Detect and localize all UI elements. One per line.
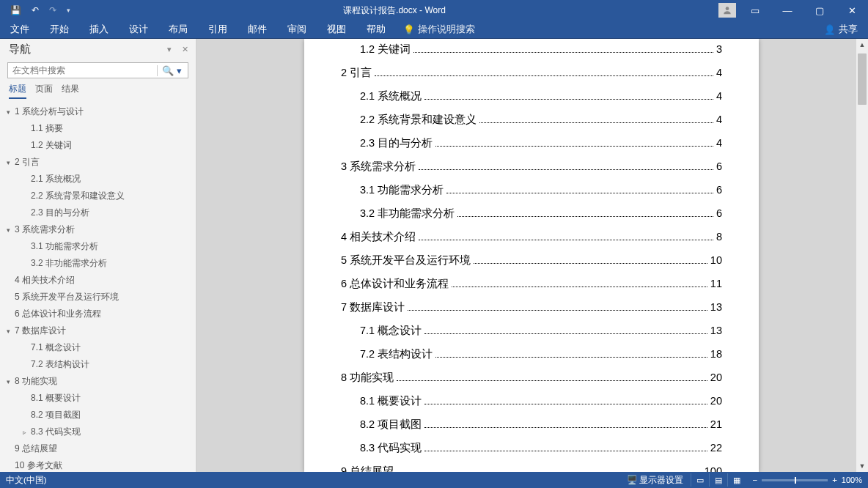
nav-tree-item[interactable]: 8.2 项目截图 (0, 407, 196, 424)
redo-icon[interactable]: ↷ (49, 5, 56, 15)
toc-entry[interactable]: 5 系统开发平台及运行环境10 (341, 254, 722, 277)
toc-entry[interactable]: 7 数据库设计13 (341, 300, 722, 324)
close-button[interactable]: ✕ (836, 0, 868, 21)
ribbon-tab-9[interactable]: 帮助 (356, 23, 396, 36)
zoom-slider-thumb[interactable] (795, 477, 796, 484)
nav-tree-item[interactable]: 10 参考文献 (0, 457, 196, 472)
nav-tree-item[interactable]: 7.2 表结构设计 (0, 356, 196, 373)
scroll-down-icon[interactable]: ▼ (856, 460, 868, 472)
tree-caret-icon[interactable]: ▹ (21, 429, 28, 436)
scroll-track[interactable] (856, 51, 868, 460)
nav-tree-item[interactable]: 2.3 目的与分析 (0, 204, 196, 221)
vertical-scrollbar[interactable]: ▲ ▼ (856, 39, 868, 472)
nav-tree-item[interactable]: ▾7 数据库设计 (0, 322, 196, 339)
ribbon-options-icon[interactable]: ▭ (739, 0, 771, 21)
toc-entry[interactable]: 3.2 非功能需求分析6 (341, 207, 722, 230)
nav-tree-item[interactable]: 9 总结展望 (0, 440, 196, 457)
nav-search-input[interactable] (12, 65, 157, 75)
toc-entry[interactable]: 7.2 表结构设计18 (341, 347, 722, 371)
ribbon-tab-3[interactable]: 设计 (119, 23, 158, 36)
toc-entry[interactable]: 2.3 目的与分析4 (341, 136, 722, 160)
qat-dropdown-icon[interactable]: ▾ (67, 7, 70, 14)
print-layout-icon[interactable]: ▤ (709, 473, 727, 487)
tree-caret-icon[interactable]: ▾ (4, 328, 12, 335)
toc-entry[interactable]: 3 系统需求分析6 (341, 160, 722, 183)
language-status[interactable]: 中文(中国) (6, 475, 47, 486)
toc-entry[interactable]: 2.1 系统概况4 (341, 89, 722, 113)
ribbon-tab-8[interactable]: 视图 (317, 23, 356, 36)
nav-tab-2[interactable]: 结果 (62, 83, 79, 99)
user-avatar[interactable] (718, 3, 736, 18)
nav-tree-item[interactable]: ▾2 引言 (0, 154, 196, 171)
tree-caret-icon[interactable]: ▾ (4, 108, 12, 116)
read-mode-icon[interactable]: ▭ (691, 473, 708, 487)
nav-tree-item[interactable]: 4 相关技术介绍 (0, 272, 196, 289)
nav-tree-item[interactable]: 5 系统开发平台及运行环境 (0, 289, 196, 306)
ribbon-tab-5[interactable]: 引用 (198, 23, 238, 36)
toc-entry[interactable]: 2 引言4 (341, 66, 722, 89)
nav-dropdown-icon[interactable]: ▾ (167, 45, 172, 54)
nav-tree-item[interactable]: ▾8 功能实现 (0, 373, 196, 390)
display-settings-label: 显示器设置 (639, 476, 683, 484)
nav-tab-1[interactable]: 页面 (35, 83, 53, 99)
document-area[interactable]: 1.2 关键词32 引言42.1 系统概况42.2 系统背景和建设意义42.3 … (196, 39, 868, 472)
tree-caret-icon[interactable]: ▾ (4, 159, 12, 166)
nav-tree-item[interactable]: ▾3 系统需求分析 (0, 221, 196, 238)
toc-entry[interactable]: 8.1 概要设计20 (341, 394, 722, 418)
search-icon[interactable]: 🔍 ▾ (157, 65, 183, 76)
nav-tree-item[interactable]: 7.1 概念设计 (0, 339, 196, 356)
ribbon-tab-7[interactable]: 审阅 (277, 23, 317, 36)
toc-entry[interactable]: 3.1 功能需求分析6 (341, 183, 722, 207)
toc-leader (474, 263, 707, 264)
document-title: 课程设计报告.docx - Word (70, 4, 718, 17)
zoom-in-icon[interactable]: + (832, 476, 837, 484)
toc-entry[interactable]: 9 总结展望100 (341, 465, 722, 472)
nav-tree-item[interactable]: 8.1 概要设计 (0, 390, 196, 407)
nav-tree-item[interactable]: 3.1 功能需求分析 (0, 238, 196, 255)
zoom-level[interactable]: 100% (842, 476, 862, 484)
minimize-button[interactable]: — (771, 0, 803, 21)
toc-entry[interactable]: 1.2 关键词3 (341, 42, 722, 66)
nav-tree-item[interactable]: 1.1 摘要 (0, 120, 196, 137)
maximize-button[interactable]: ▢ (803, 0, 836, 21)
ribbon-tab-0[interactable]: 文件 (0, 23, 40, 36)
nav-tree-item[interactable]: ▾1 系统分析与设计 (0, 103, 196, 120)
zoom-slider[interactable] (762, 479, 828, 481)
document-page[interactable]: 1.2 关键词32 引言42.1 系统概况42.2 系统背景和建设意义42.3 … (304, 39, 759, 472)
nav-tree-item[interactable]: 2.2 系统背景和建设意义 (0, 188, 196, 204)
nav-tree-item[interactable]: ▹8.3 代码实现 (0, 424, 196, 440)
ribbon-tab-2[interactable]: 插入 (79, 23, 119, 36)
zoom-out-icon[interactable]: − (752, 476, 757, 484)
toc-entry[interactable]: 8.2 项目截图21 (341, 418, 722, 441)
tree-caret-icon[interactable]: ▾ (4, 226, 12, 234)
toc-entry[interactable]: 7.1 概念设计13 (341, 324, 722, 347)
nav-search-box[interactable]: 🔍 ▾ (7, 62, 188, 78)
nav-tree-item[interactable]: 6 总体设计和业务流程 (0, 306, 196, 322)
toc-label: 8.3 代码实现 (360, 441, 422, 455)
save-icon[interactable]: 💾 (10, 5, 21, 15)
display-settings-button[interactable]: 🖥️ 显示器设置 (627, 475, 683, 486)
share-button[interactable]: 👤 共享 (814, 23, 868, 36)
toc-entry[interactable]: 6 总体设计和业务流程11 (341, 277, 722, 300)
toc-entry[interactable]: 4 相关技术介绍8 (341, 230, 722, 254)
tree-caret-icon[interactable]: ▾ (4, 378, 12, 385)
undo-icon[interactable]: ↶ (32, 5, 39, 15)
ribbon-tab-6[interactable]: 邮件 (238, 23, 277, 36)
nav-tree-item[interactable]: 3.2 非功能需求分析 (0, 255, 196, 272)
nav-close-icon[interactable]: ✕ (182, 45, 188, 54)
nav-tree-label: 8.1 概要设计 (31, 392, 81, 404)
scroll-thumb[interactable] (858, 53, 867, 105)
nav-tab-0[interactable]: 标题 (9, 83, 26, 99)
ribbon-tab-1[interactable]: 开始 (40, 23, 79, 36)
toc-entry[interactable]: 8 功能实现20 (341, 371, 722, 394)
toc-entry[interactable]: 8.3 代码实现22 (341, 441, 722, 465)
scroll-up-icon[interactable]: ▲ (856, 39, 868, 51)
toc-label: 2.3 目的与分析 (360, 136, 433, 150)
web-layout-icon[interactable]: ▦ (727, 473, 745, 487)
nav-tree-label: 3.1 功能需求分析 (31, 240, 98, 253)
ribbon-tab-4[interactable]: 布局 (158, 23, 198, 36)
tell-me-search[interactable]: 💡 操作说明搜索 (396, 23, 482, 36)
nav-tree-item[interactable]: 2.1 系统概况 (0, 171, 196, 188)
toc-entry[interactable]: 2.2 系统背景和建设意义4 (341, 113, 722, 136)
nav-tree-item[interactable]: 1.2 关键词 (0, 137, 196, 154)
